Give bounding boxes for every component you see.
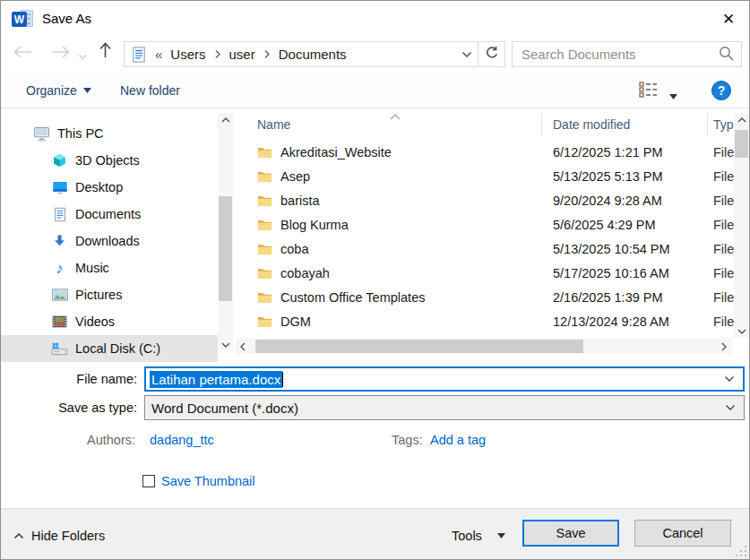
address-dropdown-chevron-icon[interactable] (461, 51, 472, 58)
file-row-date: 5/17/2025 10:16 AM (553, 266, 669, 280)
details-view-button[interactable] (637, 81, 660, 100)
sidebar-item-this-pc[interactable]: This PC (1, 120, 218, 147)
scroll-down-icon[interactable] (218, 338, 233, 351)
refresh-button[interactable] (479, 41, 505, 67)
folder-icon (257, 315, 272, 328)
organize-button[interactable]: Organize (26, 73, 91, 108)
table-row[interactable]: DGM 12/13/2024 9:28 AM File (236, 310, 734, 334)
breadcrumb-item-documents[interactable]: Documents (279, 47, 347, 62)
folder-icon (257, 291, 272, 304)
breadcrumb-item-user[interactable]: user (229, 47, 255, 62)
back-arrow-icon[interactable] (13, 45, 33, 62)
table-row[interactable]: Akreditasi_Website 6/12/2025 1:21 PM Fil… (236, 141, 734, 165)
scrollbar-thumb[interactable] (219, 196, 232, 301)
save-thumbnail-label[interactable]: Save Thumbnail (161, 474, 255, 488)
search-icon (719, 46, 734, 64)
search-box[interactable] (512, 41, 742, 67)
file-list: Name Date modified Typ Akreditasi_Websit… (236, 108, 734, 339)
chevron-right-icon (263, 49, 271, 59)
resize-grip[interactable] (735, 545, 746, 556)
table-row[interactable]: coba 5/13/2025 10:54 PM File (236, 237, 734, 262)
scroll-left-icon[interactable] (236, 339, 249, 354)
sidebar-item-videos[interactable]: Videos (1, 308, 218, 335)
save-as-dialog: W Save As ✕ « Users user Documents (0, 0, 750, 560)
folder-icon (257, 267, 272, 280)
file-list-horizontal-scrollbar[interactable] (236, 339, 732, 354)
save-button[interactable]: Save (522, 520, 619, 547)
window-title: Save As (42, 11, 91, 26)
scroll-up-icon[interactable] (218, 113, 233, 126)
sidebar-item-documents[interactable]: Documents (1, 201, 218, 228)
file-row-name: Akreditasi_Website (280, 145, 392, 159)
file-name-input[interactable]: Latihan pertama.docx (144, 366, 745, 392)
folder-icon (257, 146, 272, 159)
footer-bar: Hide Folders Tools Save Cancel (1, 508, 749, 559)
sidebar-item-pictures[interactable]: Pictures (1, 281, 218, 308)
new-folder-button[interactable]: New folder (120, 73, 180, 108)
picture-icon (51, 287, 68, 303)
file-row-name: DGM (280, 314, 311, 329)
sidebar-item-music[interactable]: ♪ Music (1, 254, 218, 281)
music-note-icon: ♪ (51, 260, 68, 276)
table-row[interactable]: Custom Office Templates 2/16/2025 1:39 P… (236, 286, 734, 310)
file-name-dropdown-chevron-icon[interactable] (724, 375, 735, 383)
add-a-tag-link[interactable]: Add a tag (430, 433, 486, 447)
authors-link[interactable]: dadang_ttc (150, 433, 214, 447)
column-header-type[interactable]: Typ (713, 117, 734, 132)
file-list-scrollbar[interactable] (734, 113, 749, 338)
column-header-date-modified[interactable]: Date modified (553, 117, 630, 132)
save-type-dropdown-chevron-icon[interactable] (725, 404, 736, 411)
scroll-right-icon[interactable] (717, 339, 730, 354)
table-row[interactable]: cobayah 5/17/2025 10:16 AM File (236, 262, 734, 286)
scroll-up-icon[interactable] (734, 113, 749, 126)
save-as-type-label: Save as type: (1, 401, 137, 415)
scrollbar-thumb[interactable] (255, 340, 583, 353)
authors-label: Authors: (1, 433, 135, 447)
question-mark-icon: ? (718, 83, 726, 98)
sidebar-item-desktop[interactable]: Desktop (1, 174, 218, 201)
chevron-down-icon (83, 88, 91, 93)
close-icon[interactable]: ✕ (713, 5, 744, 32)
file-row-date: 5/13/2025 10:54 PM (553, 242, 670, 256)
save-as-type-select[interactable]: Word Document (*.docx) (144, 395, 745, 420)
table-row[interactable]: Asep 5/13/2025 5:13 PM File (236, 165, 734, 189)
tools-button[interactable]: Tools (452, 529, 505, 543)
file-row-name: coba (280, 242, 308, 256)
file-row-name: Asep (280, 169, 310, 184)
sidebar-scrollbar[interactable] (218, 113, 233, 351)
cube-icon (51, 152, 68, 168)
sidebar-item-local-disk-c[interactable]: Local Disk (C:) (1, 335, 218, 362)
details-view-icon (639, 81, 659, 100)
table-row[interactable]: barista 9/20/2024 9:28 AM File (236, 189, 734, 213)
title-bar: W Save As ✕ (1, 1, 749, 37)
forward-arrow-icon[interactable] (50, 45, 71, 62)
save-thumbnail-checkbox[interactable] (142, 475, 155, 487)
help-button[interactable]: ? (711, 81, 731, 100)
sidebar-list: This PC 3D Objects Desktop Documents Dow… (1, 113, 218, 362)
cancel-button[interactable]: Cancel (634, 520, 731, 547)
file-row-date: 9/20/2024 9:28 AM (553, 194, 662, 208)
column-header-name[interactable]: Name (257, 117, 290, 132)
folder-icon (257, 219, 272, 231)
folder-icon (257, 170, 272, 183)
chevron-down-icon[interactable] (497, 533, 505, 538)
sidebar-item-3d-objects[interactable]: 3D Objects (1, 147, 218, 174)
sidebar-item-downloads[interactable]: Downloads (1, 228, 218, 254)
breadcrumb-item-users[interactable]: Users (170, 47, 205, 62)
file-name-value: Latihan pertama.docx (150, 371, 282, 388)
file-row-date: 5/6/2025 4:29 PM (553, 218, 655, 232)
recent-locations-chevron-icon[interactable] (78, 49, 88, 64)
address-bar[interactable]: « Users user Documents (124, 41, 478, 67)
disk-drive-icon (51, 340, 68, 357)
tags-label: Tags: (392, 433, 423, 447)
up-arrow-icon[interactable] (99, 41, 112, 62)
table-row[interactable]: Blog Kurma 5/6/2025 4:29 PM File (236, 213, 734, 237)
file-row-name: cobayah (280, 266, 330, 280)
refresh-icon (485, 46, 499, 63)
view-dropdown-chevron-icon[interactable] (669, 88, 677, 102)
chevron-right-icon (214, 49, 221, 59)
hide-folders-button[interactable]: Hide Folders (13, 529, 105, 543)
search-input[interactable] (522, 47, 719, 62)
scrollbar-thumb[interactable] (735, 130, 748, 158)
scroll-down-icon[interactable] (734, 324, 749, 338)
